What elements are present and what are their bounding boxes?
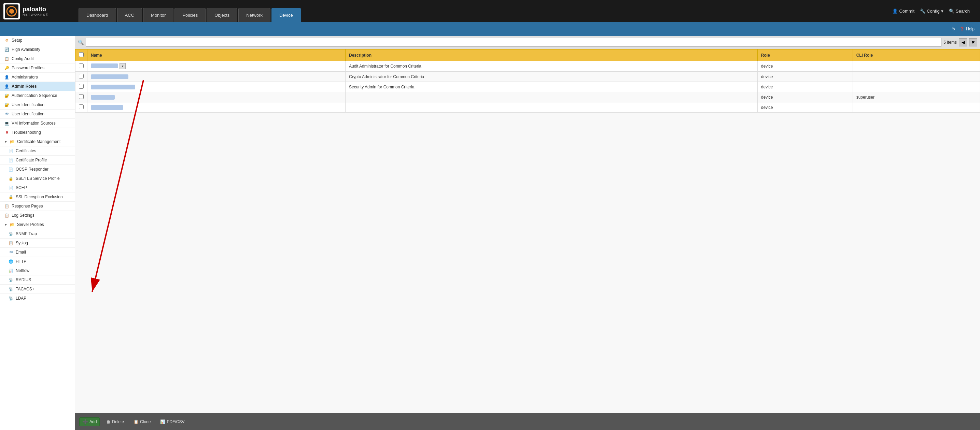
sidebar-item-tacacs[interactable]: 📡 TACACS+ [0, 285, 75, 294]
refresh-button[interactable]: ↻ [952, 27, 955, 32]
content-search-bar: 🔍 5 items ◀ ✖ [75, 36, 980, 49]
logo-icon [3, 3, 20, 19]
row-name-cell[interactable]: █▾ [88, 61, 345, 71]
config-button[interactable]: 🔧 Config ▾ [920, 8, 943, 14]
sidebar-item-label: Log Settings [12, 213, 35, 218]
row-dropdown-button[interactable]: ▾ [119, 63, 126, 69]
th-role: Role [757, 49, 853, 61]
select-all-checkbox[interactable] [79, 52, 84, 57]
snmp-icon: 📡 [8, 231, 14, 236]
th-cli-role: CLI Role [853, 49, 980, 61]
row-checkbox[interactable] [79, 94, 84, 99]
sidebar-item-label: SCEP [16, 185, 27, 190]
row-description-cell: Security Admin for Common Criteria [345, 82, 757, 92]
row-checkbox-cell [75, 82, 88, 92]
sidebar-item-ocsp[interactable]: 📄 OCSP Responder [0, 165, 75, 174]
sidebar-item-password-profiles[interactable]: 🔑 Password Profiles [0, 63, 75, 73]
sidebar-item-high-availability[interactable]: 🔄 High Availability [0, 45, 75, 54]
scep-icon: 📄 [8, 185, 14, 190]
sidebar-item-auth-profile[interactable]: 🔐 Authentication Sequence [0, 91, 75, 100]
sidebar-item-auth-sequence[interactable]: 🔐 User Identification [0, 100, 75, 109]
row-checkbox[interactable] [79, 84, 84, 89]
collapse-button[interactable]: ◀ [959, 38, 967, 46]
add-button[interactable]: ➕ Add [79, 417, 100, 426]
sidebar-item-label: VM Information Sources [12, 121, 56, 125]
table-row: █devicesuperuser [75, 92, 980, 102]
tab-monitor[interactable]: Monitor [143, 8, 173, 22]
row-role-cell: device [757, 61, 853, 71]
clone-button[interactable]: 📋 Clone [131, 418, 153, 425]
sidebar-item-response-pages[interactable]: 📋 Response Pages [0, 202, 75, 211]
sidebar-item-label: User Identification [12, 112, 45, 116]
pdf-csv-button[interactable]: 📊 PDF/CSV [158, 418, 187, 425]
row-checkbox[interactable] [79, 105, 84, 109]
sidebar-item-vm-info[interactable]: 💻 VM Information Sources [0, 119, 75, 128]
sidebar-item-label: Config Audit [12, 56, 34, 61]
tab-network[interactable]: Network [238, 8, 270, 22]
top-right-actions: 👤 Commit 🔧 Config ▾ 🔍 Search [892, 8, 977, 14]
tab-acc[interactable]: ACC [117, 8, 142, 22]
commit-button[interactable]: 👤 Commit [892, 8, 915, 14]
sidebar-item-label: SNMP Trap [16, 232, 37, 236]
row-cli-role-cell [853, 71, 980, 82]
sidebar-item-netflow[interactable]: 📊 Netflow [0, 266, 75, 275]
table-row: █device [75, 102, 980, 113]
row-name-cell[interactable]: █ [88, 102, 345, 113]
search-button[interactable]: 🔍 Search [949, 8, 970, 14]
svg-point-2 [9, 9, 14, 14]
help-button[interactable]: ❓ Help [959, 27, 975, 32]
sidebar-item-config-audit[interactable]: 📋 Config Audit [0, 54, 75, 63]
sidebar-item-scep[interactable]: 📄 SCEP [0, 183, 75, 192]
sidebar-item-email[interactable]: ✉ Email [0, 248, 75, 257]
sidebar-item-troubleshooting[interactable]: ✖ Troubleshooting [0, 128, 75, 137]
response-pages-icon: 📋 [4, 203, 10, 209]
sidebar-item-http[interactable]: 🌐 HTTP [0, 257, 75, 266]
clone-icon: 📋 [134, 419, 138, 424]
sidebar-item-label: Certificates [16, 148, 36, 153]
main-nav-tabs: Dashboard ACC Monitor Policies Objects N… [72, 0, 892, 22]
sidebar-item-radius[interactable]: 📡 RADIUS [0, 275, 75, 285]
sidebar-item-ssl-tls[interactable]: 🔒 SSL/TLS Service Profile [0, 174, 75, 183]
add-icon: ➕ [82, 419, 88, 425]
sidebar-item-label: User Identification [12, 102, 45, 107]
row-role-cell: device [757, 92, 853, 102]
sidebar-item-cert-profile[interactable]: 📄 Certificate Profile [0, 155, 75, 165]
tab-policies[interactable]: Policies [175, 8, 205, 22]
sidebar-item-certificates[interactable]: 📄 Certificates [0, 146, 75, 155]
close-button[interactable]: ✖ [969, 38, 977, 46]
row-checkbox[interactable] [79, 63, 84, 68]
sidebar-item-server-profiles[interactable]: ▼ 📂 Server Profiles [0, 220, 75, 229]
bottom-toolbar: ➕ Add 🗑 Delete 📋 Clone 📊 PDF/CSV [75, 413, 980, 430]
row-checkbox[interactable] [79, 74, 84, 78]
sidebar-item-label: Syslog [16, 241, 28, 245]
sidebar-item-ssl-decrypt[interactable]: 🔒 SSL Decryption Exclusion [0, 192, 75, 202]
tab-dashboard[interactable]: Dashboard [78, 8, 116, 22]
row-name-cell[interactable]: █ [88, 92, 345, 102]
sidebar-item-setup[interactable]: ⚙ Setup [0, 36, 75, 45]
row-checkbox-cell [75, 92, 88, 102]
content-search-input[interactable] [86, 38, 942, 47]
sidebar-item-snmp-trap[interactable]: 📡 SNMP Trap [0, 229, 75, 238]
sidebar-item-label: LDAP [16, 296, 26, 301]
sidebar-item-label: SSL/TLS Service Profile [16, 176, 60, 181]
tab-objects[interactable]: Objects [207, 8, 237, 22]
row-name-cell[interactable]: █ [88, 71, 345, 82]
sidebar-item-cert-mgmt[interactable]: ▼ 📂 Certificate Management [0, 137, 75, 146]
syslog-icon: 📋 [8, 240, 14, 246]
user-id-icon: 👁 [4, 111, 10, 117]
table-wrapper: Name Description Role CLI Role █▾Audit A… [75, 49, 980, 413]
sidebar-item-ldap[interactable]: 📡 LDAP [0, 294, 75, 303]
sidebar-item-label: Authentication Sequence [12, 93, 57, 98]
setup-icon: ⚙ [4, 38, 10, 43]
sidebar-item-label: Certificate Profile [16, 158, 47, 162]
row-name-cell[interactable]: █ [88, 82, 345, 92]
delete-button[interactable]: 🗑 Delete [104, 418, 127, 425]
sidebar-item-user-id[interactable]: 👁 User Identification [0, 109, 75, 119]
sidebar-item-log-settings[interactable]: 📋 Log Settings [0, 211, 75, 220]
tab-device[interactable]: Device [272, 8, 301, 22]
items-count: 5 items [943, 40, 957, 45]
sidebar-item-syslog[interactable]: 📋 Syslog [0, 238, 75, 248]
sidebar-item-administrators[interactable]: 👤 Administrators [0, 73, 75, 82]
sidebar-item-admin-roles[interactable]: 👤 Admin Roles [0, 82, 75, 91]
blurred-name: █ [91, 105, 123, 110]
